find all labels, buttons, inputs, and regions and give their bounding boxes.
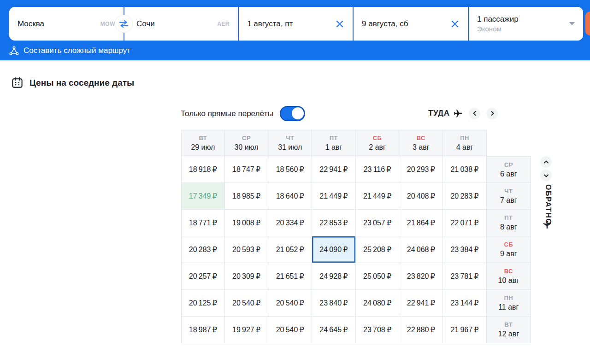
chevron-right-icon (490, 111, 495, 116)
price-cell[interactable]: 23 116 ₽ (356, 156, 400, 183)
price-cell[interactable]: 21 449 ₽ (312, 183, 356, 210)
return-date-field[interactable]: 9 августа, сб (353, 7, 468, 41)
price-cell[interactable]: 18 771 ₽ (181, 210, 225, 236)
calendar-icon (11, 76, 24, 89)
column-header-cell: ЧТ31 июл (268, 130, 312, 156)
price-cell[interactable]: 21 052 ₽ (268, 236, 312, 263)
price-cell[interactable]: 22 071 ₽ (443, 210, 487, 236)
weekday-label: ПТ (330, 135, 338, 141)
swap-cities-button[interactable] (115, 15, 132, 32)
price-cell[interactable]: 22 880 ₽ (399, 317, 443, 343)
clear-return-date-icon[interactable] (450, 19, 460, 29)
price-cell[interactable]: 18 987 ₽ (181, 317, 225, 343)
price-cell[interactable]: 21 449 ₽ (356, 183, 400, 210)
price-cell[interactable]: 18 985 ₽ (225, 183, 269, 210)
price-cell[interactable]: 21 864 ₽ (399, 210, 443, 236)
origin-city: Москва (18, 19, 44, 29)
price-cell[interactable]: 23 820 ₽ (399, 263, 443, 290)
price-cell[interactable]: 24 090 ₽ (312, 236, 356, 263)
destination-field[interactable]: Сочи AER (124, 7, 238, 41)
outbound-prev-button[interactable] (469, 108, 480, 119)
chevron-down-icon (569, 22, 575, 25)
weekday-label: ВС (504, 268, 513, 275)
price-cell[interactable]: 20 540 ₽ (225, 290, 269, 317)
price-cell[interactable]: 20 125 ₽ (181, 290, 225, 317)
column-header-cell: СБ2 авг (356, 130, 400, 156)
weekday-label: ВТ (504, 321, 513, 328)
outbound-axis-label: ТУДА (428, 109, 449, 118)
price-cell[interactable]: 18 640 ₽ (268, 183, 312, 210)
price-cell[interactable]: 20 540 ₽ (268, 317, 312, 343)
date-label: 11 авг (498, 303, 519, 311)
date-label: 2 авг (369, 143, 386, 152)
price-cell[interactable]: 20 257 ₽ (181, 263, 225, 290)
weekday-label: ПН (504, 294, 513, 301)
price-cell[interactable]: 20 334 ₽ (268, 210, 312, 236)
date-label: 10 авг (498, 276, 519, 285)
price-cell[interactable]: 23 708 ₽ (356, 317, 400, 343)
origin-iata-code: MOW (100, 21, 115, 27)
date-label: 8 авг (500, 223, 517, 231)
row-label-cell: ПТ8 авг (487, 210, 531, 236)
top-search-panel: Москва MOW Сочи AER 1 августа, пт 9 авгу… (0, 0, 590, 60)
price-cell[interactable]: 20 408 ₽ (399, 183, 443, 210)
date-label: 3 авг (413, 143, 430, 152)
price-cell[interactable]: 20 593 ₽ (225, 236, 269, 263)
price-cell[interactable]: 19 008 ₽ (225, 210, 269, 236)
price-cell[interactable]: 20 540 ₽ (268, 290, 312, 317)
price-cell[interactable]: 23 840 ₽ (312, 290, 356, 317)
search-submit-button[interactable] (585, 12, 590, 35)
price-cell[interactable]: 19 927 ₽ (225, 317, 269, 343)
passengers-count: 1 пассажир (477, 15, 519, 24)
travel-class: Эконом (477, 25, 519, 33)
column-header-cell: ПН4 авг (443, 130, 487, 156)
price-cell[interactable]: 22 853 ₽ (312, 210, 356, 236)
price-cell[interactable]: 20 293 ₽ (399, 156, 443, 183)
price-cell[interactable]: 21 967 ₽ (443, 317, 487, 343)
depart-date-field[interactable]: 1 августа, пт (238, 7, 353, 41)
weekday-label: СБ (373, 135, 382, 141)
price-cell[interactable]: 20 283 ₽ (443, 183, 487, 210)
return-prev-button[interactable] (540, 156, 552, 168)
weekday-label: ВТ (199, 135, 207, 141)
origin-field[interactable]: Москва MOW (9, 7, 124, 41)
date-label: 31 июл (278, 143, 302, 152)
direct-flights-toggle[interactable] (280, 106, 305, 121)
price-cell[interactable]: 23 144 ₽ (443, 290, 487, 317)
price-cell[interactable]: 18 560 ₽ (268, 156, 312, 183)
chevron-down-icon (544, 173, 549, 178)
price-cell[interactable]: 20 283 ₽ (181, 236, 225, 263)
price-cell[interactable]: 24 080 ₽ (356, 290, 400, 317)
price-cell[interactable]: 17 349 ₽ (181, 183, 225, 210)
price-cell[interactable]: 21 651 ₽ (268, 263, 312, 290)
price-cell[interactable]: 23 057 ₽ (356, 210, 400, 236)
date-label: 1 авг (325, 143, 342, 152)
price-cell[interactable]: 21 038 ₽ (443, 156, 487, 183)
price-cell[interactable]: 22 941 ₽ (399, 290, 443, 317)
price-cell[interactable]: 24 645 ₽ (312, 317, 356, 343)
return-next-button[interactable] (540, 170, 552, 181)
matrix-corner-spacer (487, 130, 531, 156)
price-cell[interactable]: 20 309 ₽ (225, 263, 269, 290)
price-cell[interactable]: 25 050 ₽ (356, 263, 400, 290)
price-cell[interactable]: 24 068 ₽ (399, 236, 443, 263)
row-label-cell: СР6 авг (487, 156, 531, 183)
price-cell[interactable]: 23 781 ₽ (443, 263, 487, 290)
passengers-field[interactable]: 1 пассажир Эконом (468, 7, 583, 41)
price-cell[interactable]: 23 384 ₽ (443, 236, 487, 263)
plane-down-icon (542, 220, 552, 229)
date-label: 12 авг (498, 330, 519, 338)
price-cell[interactable]: 22 941 ₽ (312, 156, 356, 183)
price-cell[interactable]: 24 928 ₽ (312, 263, 356, 290)
date-label: 30 июл (234, 143, 258, 152)
column-header-cell: СР30 июл (225, 130, 269, 156)
clear-depart-date-icon[interactable] (335, 19, 344, 29)
row-label-cell: ВС10 авг (487, 263, 531, 290)
date-label: 4 авг (456, 143, 473, 152)
price-cell[interactable]: 18 747 ₽ (225, 156, 269, 183)
price-cell[interactable]: 18 918 ₽ (181, 156, 225, 183)
price-cell[interactable]: 25 208 ₽ (356, 236, 400, 263)
outbound-next-button[interactable] (486, 108, 498, 119)
complex-route-link[interactable]: Составить сложный маршрут (9, 46, 130, 55)
date-label: 9 авг (500, 250, 517, 258)
